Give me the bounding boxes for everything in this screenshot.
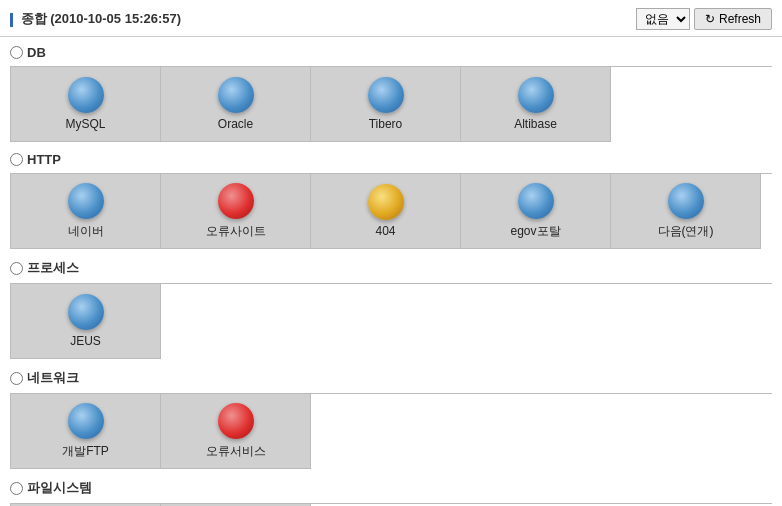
status-circle-blue bbox=[518, 77, 554, 113]
status-circle-yellow bbox=[368, 184, 404, 220]
title-bar-icon bbox=[10, 13, 13, 27]
filter-select[interactable]: 없음 bbox=[636, 8, 690, 30]
section-header-db: DB bbox=[10, 45, 772, 60]
item-card-MySQL[interactable]: MySQL bbox=[11, 67, 161, 142]
status-circle-red bbox=[218, 183, 254, 219]
section-title-filesystem: 파일시스템 bbox=[27, 479, 92, 497]
refresh-button[interactable]: ↻ Refresh bbox=[694, 8, 772, 30]
item-card-다음(연개)[interactable]: 다음(연개) bbox=[611, 174, 761, 249]
item-card-Oracle[interactable]: Oracle bbox=[161, 67, 311, 142]
item-label: MySQL bbox=[65, 117, 105, 131]
section-header-network: 네트워크 bbox=[10, 369, 772, 387]
item-card-개발FTP[interactable]: 개발FTP bbox=[11, 394, 161, 469]
status-circle-blue bbox=[518, 183, 554, 219]
item-card-egov포탈[interactable]: egov포탈 bbox=[461, 174, 611, 249]
item-label: 404 bbox=[375, 224, 395, 238]
section-filesystem: 파일시스템/dev/hd9var/dev/hd9var bbox=[10, 479, 772, 506]
main-content: DBMySQLOracleTiberoAltibaseHTTP네이버오류사이트4… bbox=[0, 37, 782, 506]
status-circle-blue bbox=[218, 77, 254, 113]
items-grid-db: MySQLOracleTiberoAltibase bbox=[10, 66, 772, 142]
section-radio-db[interactable] bbox=[10, 46, 23, 59]
title-text: 종합 (2010-10-05 15:26:57) bbox=[21, 11, 181, 26]
item-label: 오류서비스 bbox=[206, 443, 266, 460]
status-circle-blue bbox=[68, 77, 104, 113]
items-grid-network: 개발FTP오류서비스 bbox=[10, 393, 772, 469]
section-db: DBMySQLOracleTiberoAltibase bbox=[10, 45, 772, 142]
section-radio-filesystem[interactable] bbox=[10, 482, 23, 495]
section-title-network: 네트워크 bbox=[27, 369, 79, 387]
item-label: 오류사이트 bbox=[206, 223, 266, 240]
status-circle-blue bbox=[68, 403, 104, 439]
section-http: HTTP네이버오류사이트404egov포탈다음(연개) bbox=[10, 152, 772, 249]
refresh-label: Refresh bbox=[719, 12, 761, 26]
section-network: 네트워크개발FTP오류서비스 bbox=[10, 369, 772, 469]
item-label: Oracle bbox=[218, 117, 253, 131]
items-grid-process: JEUS bbox=[10, 283, 772, 359]
section-title-db: DB bbox=[27, 45, 46, 60]
item-label: JEUS bbox=[70, 334, 101, 348]
page-header: 종합 (2010-10-05 15:26:57) 없음 ↻ Refresh bbox=[0, 0, 782, 37]
item-card-오류서비스[interactable]: 오류서비스 bbox=[161, 394, 311, 469]
status-circle-blue bbox=[368, 77, 404, 113]
items-grid-http: 네이버오류사이트404egov포탈다음(연개) bbox=[10, 173, 772, 249]
item-card-Altibase[interactable]: Altibase bbox=[461, 67, 611, 142]
section-title-http: HTTP bbox=[27, 152, 61, 167]
section-radio-process[interactable] bbox=[10, 262, 23, 275]
item-card-오류사이트[interactable]: 오류사이트 bbox=[161, 174, 311, 249]
status-circle-blue bbox=[68, 294, 104, 330]
item-card-404[interactable]: 404 bbox=[311, 174, 461, 249]
item-card-네이버[interactable]: 네이버 bbox=[11, 174, 161, 249]
header-controls: 없음 ↻ Refresh bbox=[636, 8, 772, 30]
section-title-process: 프로세스 bbox=[27, 259, 79, 277]
section-process: 프로세스JEUS bbox=[10, 259, 772, 359]
item-label: Altibase bbox=[514, 117, 557, 131]
section-header-http: HTTP bbox=[10, 152, 772, 167]
status-circle-blue bbox=[68, 183, 104, 219]
status-circle-blue bbox=[668, 183, 704, 219]
section-header-filesystem: 파일시스템 bbox=[10, 479, 772, 497]
refresh-icon: ↻ bbox=[705, 12, 715, 26]
section-header-process: 프로세스 bbox=[10, 259, 772, 277]
item-label: 다음(연개) bbox=[658, 223, 714, 240]
item-card-JEUS[interactable]: JEUS bbox=[11, 284, 161, 359]
status-circle-red bbox=[218, 403, 254, 439]
section-radio-http[interactable] bbox=[10, 153, 23, 166]
item-label: Tibero bbox=[369, 117, 403, 131]
page-title: 종합 (2010-10-05 15:26:57) bbox=[10, 10, 181, 28]
item-label: egov포탈 bbox=[510, 223, 560, 240]
section-radio-network[interactable] bbox=[10, 372, 23, 385]
item-card-Tibero[interactable]: Tibero bbox=[311, 67, 461, 142]
item-label: 네이버 bbox=[68, 223, 104, 240]
item-label: 개발FTP bbox=[62, 443, 109, 460]
